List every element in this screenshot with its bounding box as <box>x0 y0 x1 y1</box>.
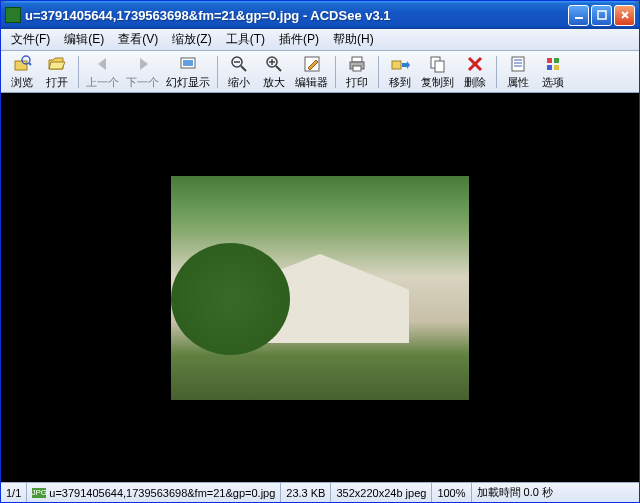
options-button[interactable]: 选项 <box>536 53 570 91</box>
zoom-out-icon <box>229 54 249 74</box>
move-icon <box>390 54 410 74</box>
svg-rect-8 <box>183 60 193 66</box>
menu-view[interactable]: 查看(V) <box>112 29 164 50</box>
separator <box>78 56 79 88</box>
maximize-button[interactable] <box>591 5 612 26</box>
editor-button[interactable]: 编辑器 <box>292 53 331 91</box>
window-title: u=3791405644,1739563698&fm=21&gp=0.jpg -… <box>25 8 568 23</box>
options-icon <box>543 54 563 74</box>
delete-button[interactable]: 删除 <box>458 53 492 91</box>
menubar: 文件(F) 编辑(E) 查看(V) 缩放(Z) 工具(T) 插件(P) 帮助(H… <box>1 29 639 51</box>
filetype-icon: JPG <box>32 488 46 498</box>
svg-rect-1 <box>598 11 606 19</box>
separator <box>335 56 336 88</box>
copy-icon <box>428 54 448 74</box>
properties-button[interactable]: 属性 <box>501 53 535 91</box>
minimize-button[interactable] <box>568 5 589 26</box>
status-filesize: 23.3 KB <box>281 483 331 502</box>
svg-line-6 <box>29 63 31 65</box>
menu-zoom[interactable]: 缩放(Z) <box>166 29 217 50</box>
svg-rect-17 <box>352 57 362 62</box>
status-zoom: 100% <box>432 483 471 502</box>
magnifier-folder-icon <box>12 54 32 74</box>
statusbar: 1/1 JPG u=3791405644,1739563698&fm=21&gp… <box>1 482 639 502</box>
toolbar: 浏览 打开 上一个 下一个 幻灯显示 缩小 放大 编辑器 <box>1 51 639 93</box>
browse-button[interactable]: 浏览 <box>5 53 39 91</box>
svg-rect-19 <box>353 66 361 71</box>
titlebar: u=3791405644,1739563698&fm=21&gp=0.jpg -… <box>1 1 639 29</box>
svg-rect-0 <box>575 17 583 19</box>
svg-rect-22 <box>435 61 444 72</box>
image-viewer[interactable] <box>1 93 639 482</box>
slideshow-button[interactable]: 幻灯显示 <box>163 53 213 91</box>
menu-plugins[interactable]: 插件(P) <box>273 29 325 50</box>
separator <box>217 56 218 88</box>
status-filename: JPG u=3791405644,1739563698&fm=21&gp=0.j… <box>27 483 281 502</box>
prev-button: 上一个 <box>83 53 122 91</box>
status-loadtime: 加載時間 0.0 秒 <box>472 483 639 502</box>
zoomout-button[interactable]: 缩小 <box>222 53 256 91</box>
app-icon <box>5 7 21 23</box>
separator <box>496 56 497 88</box>
next-button: 下一个 <box>123 53 162 91</box>
svg-rect-32 <box>554 65 559 70</box>
menu-help[interactable]: 帮助(H) <box>327 29 380 50</box>
printer-icon <box>347 54 367 74</box>
copyto-button[interactable]: 复制到 <box>418 53 457 91</box>
menu-file[interactable]: 文件(F) <box>5 29 56 50</box>
open-button[interactable]: 打开 <box>40 53 74 91</box>
close-button[interactable] <box>614 5 635 26</box>
menu-tools[interactable]: 工具(T) <box>220 29 271 50</box>
editor-icon <box>302 54 322 74</box>
moveto-button[interactable]: 移到 <box>383 53 417 91</box>
svg-rect-30 <box>554 58 559 63</box>
status-position: 1/1 <box>1 483 27 502</box>
svg-line-11 <box>241 66 246 71</box>
zoom-in-icon <box>264 54 284 74</box>
displayed-image <box>171 176 469 400</box>
status-dimensions: 352x220x24b jpeg <box>331 483 432 502</box>
svg-rect-29 <box>547 58 552 63</box>
svg-rect-31 <box>547 65 552 70</box>
arrow-right-icon <box>133 54 153 74</box>
svg-rect-4 <box>15 61 27 70</box>
svg-rect-20 <box>392 61 401 69</box>
properties-icon <box>508 54 528 74</box>
arrow-left-icon <box>93 54 113 74</box>
delete-icon <box>465 54 485 74</box>
svg-line-15 <box>276 66 281 71</box>
open-folder-icon <box>47 54 67 74</box>
svg-rect-25 <box>512 57 524 71</box>
menu-edit[interactable]: 编辑(E) <box>58 29 110 50</box>
zoomin-button[interactable]: 放大 <box>257 53 291 91</box>
print-button[interactable]: 打印 <box>340 53 374 91</box>
slideshow-icon <box>178 54 198 74</box>
separator <box>378 56 379 88</box>
